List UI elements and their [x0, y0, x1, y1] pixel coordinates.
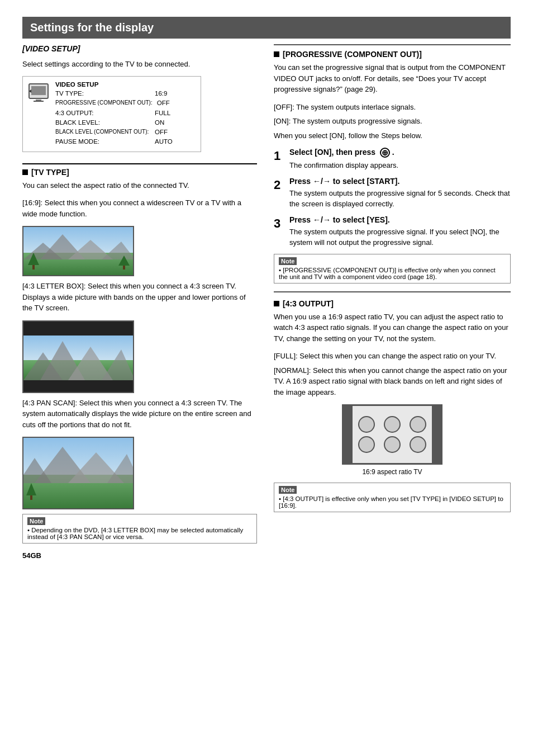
page-footer: 54GB	[22, 551, 257, 560]
tv-type-note: Note Depending on the DVD, [4:3 LETTER B…	[22, 514, 257, 544]
menu-val-0: 16:9	[155, 89, 167, 98]
menu-table: VIDEO SETUP TV TYPE: 16:9 PROGRESSIVE (C…	[55, 81, 173, 147]
svg-marker-20	[107, 454, 134, 483]
step-1-number: 1	[274, 148, 289, 171]
tv-type-header-text: [TV TYPE]	[31, 168, 69, 177]
progressive-when-on: When you select [ON], follow the Steps b…	[274, 130, 511, 141]
progressive-body: You can set the progressive signal that …	[274, 62, 511, 95]
output43-note: Note [4:3 OUTPUT] is effective only when…	[274, 483, 511, 512]
output43-full: [FULL]: Select this when you can change …	[274, 351, 511, 362]
tv-type-body1: You can select the aspect ratio of the c…	[22, 180, 257, 191]
progressive-header-text: [PROGRESSIVE (COMPONENT OUT)]	[283, 50, 422, 59]
svg-rect-1	[31, 86, 46, 95]
progressive-note: Note [PROGRESSIVE (COMPONENT OUT)] is ef…	[274, 254, 511, 284]
menu-val-3: ON	[155, 118, 164, 127]
menu-row-3: BLACK LEVEL: ON	[55, 118, 173, 127]
output43-header: [4:3 OUTPUT]	[274, 299, 511, 308]
step-3: 3 Press ←/→ to select [YES]. The system …	[274, 215, 511, 248]
divider	[274, 291, 511, 292]
step-1-title-text: Select [ON], then press	[289, 148, 375, 157]
output43-header-text: [4:3 OUTPUT]	[283, 299, 334, 308]
progressive-header: [PROGRESSIVE (COMPONENT OUT)]	[274, 50, 511, 59]
svg-marker-22	[26, 483, 36, 495]
setup-icon	[27, 81, 50, 103]
output43-body1: When you use a 16:9 aspect ratio TV, you…	[274, 311, 511, 344]
widescreen-tv-illustration	[22, 226, 134, 276]
menu-key-0: TV TYPE:	[55, 89, 150, 98]
menu-val-4: OFF	[155, 127, 168, 137]
tv-type-note-label: Note	[27, 517, 45, 525]
tv169-circle-1	[358, 416, 375, 433]
progressive-square-icon	[274, 51, 279, 57]
svg-marker-10	[28, 253, 39, 265]
menu-row-5: PAUSE MODE: AUTO	[55, 137, 173, 147]
menu-row-1: PROGRESSIVE (COMPONENT OUT): OFF	[55, 98, 173, 108]
tv169-circle-6	[410, 436, 426, 453]
output43-desc: When you use a 16:9 aspect ratio TV, you…	[274, 311, 511, 344]
left-column: [VIDEO SETUP] Select settings according …	[22, 44, 257, 739]
menu-key-4: BLACK LEVEL (COMPONENT OUT):	[55, 127, 150, 137]
menu-illustration: VIDEO SETUP TV TYPE: 16:9 PROGRESSIVE (C…	[22, 76, 201, 152]
section-subheader: [VIDEO SETUP]	[22, 44, 257, 53]
letterbox-tv-illustration	[22, 320, 134, 393]
output43-note-label: Note	[279, 486, 297, 494]
menu-key-3: BLACK LEVEL:	[55, 118, 150, 127]
step-3-title: Press ←/→ to select [YES].	[289, 215, 511, 224]
step-3-body: The system outputs the progressive signa…	[289, 226, 511, 248]
progressive-desc: You can set the progressive signal that …	[274, 62, 511, 95]
svg-marker-12	[118, 256, 130, 266]
menu-key-5: PAUSE MODE:	[55, 137, 150, 147]
progressive-options: [OFF]: The system outputs interlace sign…	[274, 102, 511, 141]
letterbox-text: [4:3 LETTER BOX]: Select this when you c…	[22, 281, 257, 314]
menu-val-1: OFF	[157, 98, 170, 108]
panscan-text: [4:3 PAN SCAN]: Select this when you con…	[22, 398, 257, 431]
step-3-number: 3	[274, 215, 289, 248]
progressive-off: [OFF]: The system outputs interlace sign…	[274, 102, 511, 113]
output43-square-icon	[274, 301, 279, 306]
tv169-circle-4	[358, 436, 375, 453]
page: Settings for the display [VIDEO SETUP] S…	[0, 0, 533, 756]
step-2-body: The system outputs the progressive signa…	[289, 188, 511, 210]
tv169-caption: 16:9 aspect ratio TV	[274, 468, 511, 476]
tv169-illustration-container: 16:9 aspect ratio TV	[274, 404, 511, 476]
tv169-circle-5	[384, 436, 401, 453]
menu-key-2: 4:3 OUTPUT:	[55, 108, 150, 118]
menu-val-5: AUTO	[155, 137, 173, 147]
right-column: [PROGRESSIVE (COMPONENT OUT)] You can se…	[274, 44, 511, 739]
widescreen-desc: [16:9]: Select this when you connect a w…	[22, 197, 257, 219]
output43-note-text: [4:3 OUTPUT] is effective only when you …	[279, 495, 506, 509]
menu-key-1: PROGRESSIVE (COMPONENT OUT):	[55, 98, 153, 108]
step-1: 1 Select [ON], then press ⊕ . The confir…	[274, 148, 511, 171]
menu-row-0: TV TYPE: 16:9	[55, 89, 173, 98]
panscan-tv-illustration	[22, 437, 134, 509]
tv169-circles-bottom	[358, 436, 426, 453]
step-1-body: The confirmation display appears.	[289, 160, 511, 171]
progressive-note-label: Note	[279, 257, 297, 265]
progressive-note-text: [PROGRESSIVE (COMPONENT OUT)] is effecti…	[279, 267, 506, 280]
menu-title: VIDEO SETUP	[55, 81, 173, 88]
svg-rect-3	[34, 101, 44, 102]
step-2: 2 Press ←/→ to select [START]. The syste…	[274, 177, 511, 210]
panscan-desc: [4:3 PAN SCAN]: Select this when you con…	[22, 398, 257, 431]
step-1-content: Select [ON], then press ⊕ . The confirma…	[289, 148, 511, 171]
step-2-content: Press ←/→ to select [START]. The system …	[289, 177, 511, 210]
menu-row-2: 4:3 OUTPUT: FULL	[55, 108, 173, 118]
tv169-circles-top	[358, 416, 426, 433]
tv169-circle-3	[410, 416, 426, 433]
tv169-illustration	[342, 404, 442, 465]
menu-row-4: BLACK LEVEL (COMPONENT OUT): OFF	[55, 127, 173, 137]
tv-type-header: [TV TYPE]	[22, 163, 257, 177]
step-1-title: Select [ON], then press ⊕ .	[289, 148, 511, 158]
tv-type-desc: You can select the aspect ratio of the c…	[22, 180, 257, 191]
top-divider	[274, 44, 511, 45]
step-2-title: Press ←/→ to select [START].	[289, 177, 511, 186]
tv-type-note-text: Depending on the DVD, [4:3 LETTER BOX] m…	[27, 527, 252, 540]
tv169-content	[353, 406, 432, 463]
step-2-number: 2	[274, 177, 289, 210]
intro-text: Select settings according to the TV to b…	[22, 60, 257, 68]
widescreen-text: [16:9]: Select this when you connect a w…	[22, 197, 257, 219]
progressive-on: [ON]: The system outputs progressive sig…	[274, 116, 511, 127]
menu-val-2: FULL	[155, 108, 170, 118]
output43-options: [FULL]: Select this when you can change …	[274, 351, 511, 398]
page-title: Settings for the display	[22, 17, 511, 39]
